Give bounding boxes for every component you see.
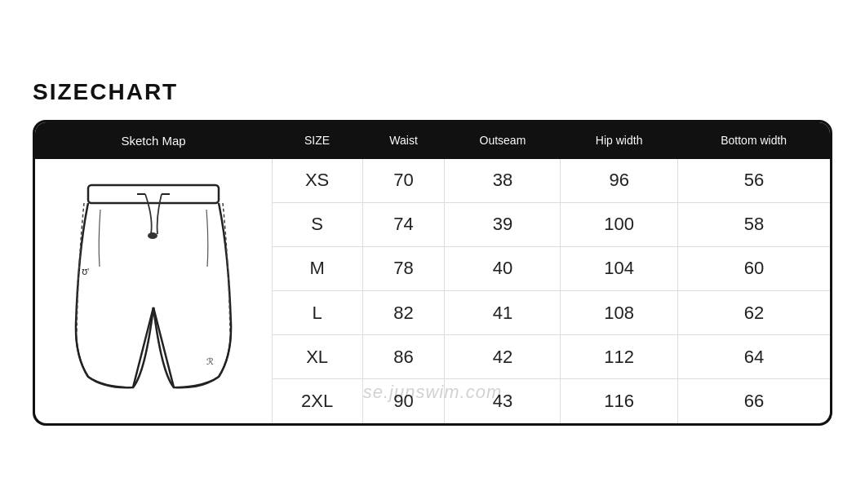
- svg-point-3: [148, 232, 157, 239]
- watermark: se.junswim.com: [363, 382, 502, 403]
- cell-hip: 104: [561, 246, 677, 290]
- cell-bottom: 64: [677, 335, 830, 379]
- sketch-cell: ʊ' ℛ: [35, 159, 272, 423]
- cell-bottom: 62: [677, 290, 830, 334]
- cell-waist: 74: [362, 202, 445, 246]
- cell-size: L: [272, 290, 362, 334]
- col-header-sketch: Sketch Map: [35, 122, 272, 159]
- cell-bottom: 56: [677, 159, 830, 203]
- cell-hip: 116: [561, 379, 677, 423]
- cell-hip: 100: [561, 202, 677, 246]
- cell-hip: 108: [561, 290, 677, 334]
- svg-text:ℛ: ℛ: [206, 356, 214, 366]
- cell-outseam: 42: [445, 335, 561, 379]
- size-chart-table: Sketch Map SIZE Waist Outseam Hip width …: [33, 120, 832, 426]
- cell-outseam: 41: [445, 290, 561, 334]
- cell-waist: 86: [362, 335, 445, 379]
- cell-size: XL: [272, 335, 362, 379]
- cell-size: XS: [272, 159, 362, 203]
- cell-bottom: 66: [677, 379, 830, 423]
- cell-hip: 96: [561, 159, 677, 203]
- col-header-size: SIZE: [272, 122, 362, 159]
- cell-outseam: 38: [445, 159, 561, 203]
- col-header-waist: Waist: [362, 122, 445, 159]
- cell-outseam: 39: [445, 202, 561, 246]
- cell-waist: 82: [362, 290, 445, 334]
- col-header-bottom: Bottom width: [677, 122, 830, 159]
- svg-rect-0: [88, 185, 219, 203]
- col-header-hip: Hip width: [561, 122, 677, 159]
- col-header-outseam: Outseam: [445, 122, 561, 159]
- svg-text:ʊ': ʊ': [82, 266, 89, 277]
- cell-waist: 70: [362, 159, 445, 203]
- cell-size: 2XL: [272, 379, 362, 423]
- cell-waist: 78: [362, 246, 445, 290]
- cell-size: M: [272, 246, 362, 290]
- page-title: SIZECHART: [33, 79, 832, 105]
- cell-outseam: 40: [445, 246, 561, 290]
- cell-hip: 112: [561, 335, 677, 379]
- table-row: ʊ' ℛ XS70389656: [35, 159, 830, 203]
- cell-size: S: [272, 202, 362, 246]
- cell-bottom: 58: [677, 202, 830, 246]
- cell-bottom: 60: [677, 246, 830, 290]
